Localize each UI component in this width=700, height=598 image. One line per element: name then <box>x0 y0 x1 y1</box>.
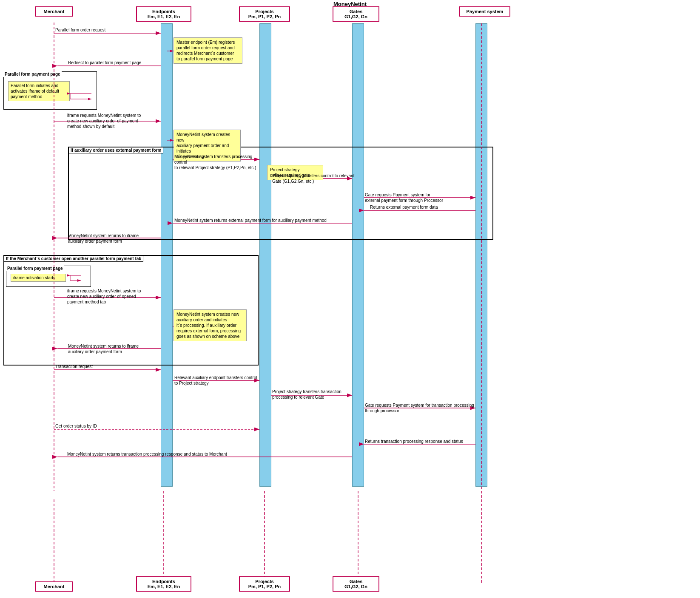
note-creates-auxiliary2: MoneyNetint system creates newauxiliary … <box>174 309 247 341</box>
lifeline-header-merchant: Merchant <box>35 6 73 17</box>
msg-project-transfers: Project strategy transfers control to re… <box>272 173 357 184</box>
lifeline-header-projects: ProjectsPm, P1, P2, Pn <box>239 6 290 22</box>
msg-relevant-auxiliary: Relevant auxiliary endpoint transfers co… <box>174 375 264 386</box>
lifeline-footer-projects: ProjectsPm, P1, P2, Pn <box>239 576 290 592</box>
msg-gate-requests: Gate requests Payment system forexternal… <box>365 192 471 203</box>
msg-gate-requests-tx: Gate requests Payment system for transac… <box>365 402 484 414</box>
activation-gates <box>352 23 364 487</box>
subframe-parallel-top: Parallel form payment page Parallel form… <box>3 71 97 110</box>
msg-parallel-order: Parallel form order request <box>55 28 105 32</box>
msg-iframe-requests2: iframe requests MoneyNetint system tocre… <box>67 288 157 305</box>
diagram-title: MoneyNetint <box>333 1 367 7</box>
lifeline-footer-merchant: Merchant <box>35 581 73 592</box>
note-master-endpoint: Master endpoint (Em) registersparallel f… <box>174 37 242 64</box>
inner-note-pf1: Parallel form initiates andactivates ifr… <box>8 81 70 101</box>
frame-another-tab-label: If the Merchant`s customer open another … <box>4 255 143 262</box>
inner-note-pf2: iframe activation starts <box>11 274 66 282</box>
activation-payment <box>475 23 487 487</box>
subframe-parallel-bottom: Parallel form payment page iframe activa… <box>6 266 91 287</box>
msg-iframe-requests1: iframe requests MoneyNetint system tocre… <box>67 113 157 129</box>
lifeline-header-endpoints: EndpointsEm, E1, E2, En <box>136 6 191 22</box>
msg-returns-iframe1: MoneyNetint system returns to iframeauxi… <box>68 233 157 244</box>
msg-returns-final: MoneyNetint system returns transaction p… <box>67 452 365 456</box>
msg-returns-form-data: Returns external payment form data <box>370 205 438 210</box>
activation-projects <box>259 23 271 487</box>
lifeline-footer-gates: GatesG1,G2, Gn <box>333 576 379 592</box>
msg-transaction-request: Transaction request <box>55 364 93 369</box>
lifeline-header-payment: Payment system <box>459 6 510 17</box>
msg-project-transfers-tx: Project strategy transfers transactionpr… <box>272 389 357 400</box>
frame-auxiliary-label: If auxiliary order uses external payment… <box>68 147 163 153</box>
msg-returns-tx-response: Returns transaction processing response … <box>365 439 463 444</box>
lifeline-footer-endpoints: EndpointsEm, E1, E2, En <box>136 576 191 592</box>
msg-returns-external-form: MoneyNetint system returns external paym… <box>174 218 357 223</box>
msg-returns-iframe2: MoneyNetint system returns to iframeauxi… <box>68 343 157 354</box>
msg-redirect: Redirect to parallel form payment page <box>68 60 141 65</box>
diagram-container: MoneyNetint Merchant EndpointsEm, E1, E2… <box>0 0 700 598</box>
subframe-parallel-top-label: Parallel form payment page <box>3 71 62 77</box>
subframe-parallel-bottom-label: Parallel form payment page <box>6 266 64 271</box>
msg-get-order-status: Get order status by ID <box>55 424 97 428</box>
lifeline-header-gates: GatesG1,G2, Gn <box>333 6 379 22</box>
msg-transfers-control: MoneyNetint system transfers processing … <box>174 154 264 170</box>
